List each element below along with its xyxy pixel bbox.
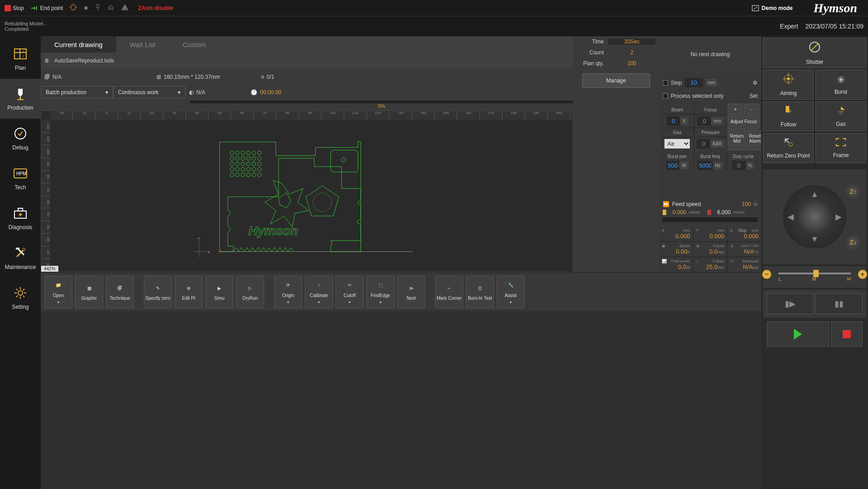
shutter-button[interactable]: Shutter bbox=[763, 38, 866, 68]
svg-point-76 bbox=[241, 173, 245, 177]
sidebar-item-tech[interactable]: HPM Tech bbox=[0, 158, 41, 198]
sidebar-item-diagnosis[interactable]: Diagnosis bbox=[0, 198, 41, 238]
return-mid-button[interactable]: Return Mid bbox=[728, 130, 746, 150]
svg-point-69 bbox=[236, 168, 239, 171]
speed-minus[interactable]: − bbox=[762, 270, 771, 279]
stop-run-button[interactable] bbox=[831, 321, 863, 347]
burnin-button[interactable]: ⊡Burn-In Test bbox=[466, 276, 494, 308]
dryrun-button[interactable]: ▷DryRun bbox=[236, 276, 264, 308]
burst-pwr-input[interactable] bbox=[666, 161, 679, 170]
tab-custom[interactable]: Custom bbox=[169, 36, 220, 53]
origin-button[interactable]: ⟳Origin▼ bbox=[274, 276, 302, 308]
gas-select[interactable]: Air bbox=[664, 139, 690, 149]
technique-button[interactable]: 🗐Technique bbox=[106, 276, 134, 308]
step-checkbox[interactable] bbox=[663, 80, 668, 86]
assist-button[interactable]: 🔧Assist▼ bbox=[497, 276, 525, 308]
run-button[interactable] bbox=[767, 321, 829, 347]
right-panel: Shutter Aiming ✳Burst Follow Gas Return … bbox=[761, 36, 868, 489]
filename: AutoSaveReproduct.lxds bbox=[54, 58, 114, 64]
debug-icon bbox=[13, 126, 28, 141]
frame-button[interactable]: Frame bbox=[816, 133, 866, 163]
open-button[interactable]: 📁Open▼ bbox=[44, 276, 72, 308]
jog-down[interactable]: ▼ bbox=[811, 235, 819, 244]
findedge-button[interactable]: ⬚FindEdge▼ bbox=[366, 276, 394, 308]
status-line2: Completed bbox=[5, 26, 47, 32]
svg-point-79 bbox=[257, 173, 261, 177]
set-label: Set bbox=[749, 93, 758, 99]
speed-slider[interactable] bbox=[778, 273, 851, 274]
burst-button[interactable]: ✳Burst bbox=[816, 70, 866, 100]
plus-button[interactable]: + bbox=[728, 104, 743, 115]
svg-point-59 bbox=[247, 157, 250, 160]
specify-zero-button[interactable]: ✎Specify zero bbox=[144, 276, 172, 308]
sidebar-item-debug[interactable]: Debug bbox=[0, 119, 41, 158]
tab-wait-list[interactable]: Wait List bbox=[116, 36, 169, 53]
coord-x: 0.000 bbox=[675, 233, 690, 240]
star-icon[interactable]: ✱ bbox=[84, 5, 88, 11]
tab-current-drawing[interactable]: Current drawing bbox=[41, 36, 116, 53]
svg-point-65 bbox=[247, 162, 250, 166]
findedge-icon: ⬚ bbox=[379, 280, 383, 290]
step-input[interactable] bbox=[685, 78, 703, 87]
burst-icon[interactable] bbox=[69, 3, 77, 13]
follow-button[interactable]: Follow bbox=[763, 101, 814, 131]
warn-icon[interactable] bbox=[121, 4, 129, 12]
tech-icon: HPM bbox=[13, 166, 28, 181]
batch-dropdown[interactable]: Batch production▾ bbox=[41, 86, 113, 99]
play-green-icon bbox=[794, 329, 802, 340]
continuous-dropdown[interactable]: Continuous work▾ bbox=[113, 86, 185, 99]
edit-pt-button[interactable]: ⊕Edit Pt bbox=[175, 276, 203, 308]
jog-wheel[interactable]: ▲ ▼ ◀ ▶ bbox=[783, 185, 846, 249]
process-selected-checkbox[interactable] bbox=[663, 93, 668, 99]
manage-button[interactable]: Manage bbox=[582, 73, 650, 88]
next-button[interactable]: ≫Next bbox=[397, 276, 425, 308]
z-up-button[interactable]: Z↑ bbox=[844, 183, 862, 200]
sidebar-item-setting[interactable]: Setting bbox=[0, 278, 41, 318]
play-icon: ▶ bbox=[218, 283, 221, 293]
calibrate-icon: ↕ bbox=[318, 280, 320, 290]
calibrate-button[interactable]: ↕Calibrate▼ bbox=[305, 276, 333, 308]
sidebar-item-maintenance[interactable]: Maintenance bbox=[0, 238, 41, 278]
sidebar-item-production[interactable]: Production bbox=[0, 79, 41, 119]
end-point-button[interactable]: End point bbox=[30, 5, 63, 11]
gas-button[interactable]: Gas bbox=[816, 101, 866, 131]
focus-input[interactable] bbox=[697, 116, 711, 126]
jog-right[interactable]: ▶ bbox=[835, 212, 842, 222]
adjust-focus-button[interactable]: Adjust Focus bbox=[728, 116, 759, 129]
minus-button[interactable]: - bbox=[744, 104, 759, 115]
aiming-button[interactable]: Aiming bbox=[763, 70, 814, 100]
svg-point-63 bbox=[236, 162, 239, 166]
step-play-button[interactable]: ▮▶ bbox=[767, 293, 814, 314]
mark-corner-button[interactable]: ⌐Mark Corner bbox=[435, 276, 463, 308]
edit-pt-icon: ⊕ bbox=[187, 283, 190, 293]
brand-logo: Hymson bbox=[814, 1, 857, 15]
cutoff-button[interactable]: ✂Cutoff▼ bbox=[336, 276, 364, 308]
step-settings-icon[interactable]: ⚙ bbox=[753, 80, 758, 86]
feed-slider[interactable] bbox=[663, 217, 758, 222]
jog-up[interactable]: ▲ bbox=[811, 190, 819, 199]
reset-alarm-button[interactable]: Reset Alarm bbox=[747, 130, 763, 150]
z-down-button[interactable]: Z↓ bbox=[844, 234, 862, 251]
svg-point-94 bbox=[789, 143, 792, 146]
pause-button[interactable]: ▮▮ bbox=[816, 293, 863, 314]
svg-point-56 bbox=[230, 157, 234, 160]
cutoff-icon: ✂ bbox=[348, 280, 351, 290]
beam-input[interactable] bbox=[667, 116, 680, 126]
db-icon[interactable] bbox=[107, 4, 114, 12]
speed-slider-panel: − + L M H bbox=[763, 266, 866, 288]
graphic-button[interactable]: ▦Graphic bbox=[75, 276, 103, 308]
canvas-area[interactable]: -20-100102030405060708090100110120130140… bbox=[41, 110, 573, 272]
speed-plus[interactable]: + bbox=[858, 270, 867, 279]
beam-val: 0.00K bbox=[676, 248, 690, 255]
duty-input[interactable] bbox=[732, 161, 746, 170]
count-label: 0/1 bbox=[267, 74, 275, 80]
simu-button[interactable]: ▶Simu bbox=[205, 276, 233, 308]
bulb-icon[interactable] bbox=[95, 3, 101, 13]
jog-left[interactable]: ◀ bbox=[787, 212, 794, 222]
stop-button[interactable]: Stop bbox=[5, 5, 24, 11]
return-zero-button[interactable]: Return Zero Point bbox=[763, 133, 814, 163]
svg-text:Hymson: Hymson bbox=[248, 224, 298, 238]
pressure-input[interactable] bbox=[697, 139, 710, 149]
burst-freq-input[interactable] bbox=[697, 161, 713, 170]
sidebar-item-plan[interactable]: ✓✓ Plan bbox=[0, 39, 41, 79]
